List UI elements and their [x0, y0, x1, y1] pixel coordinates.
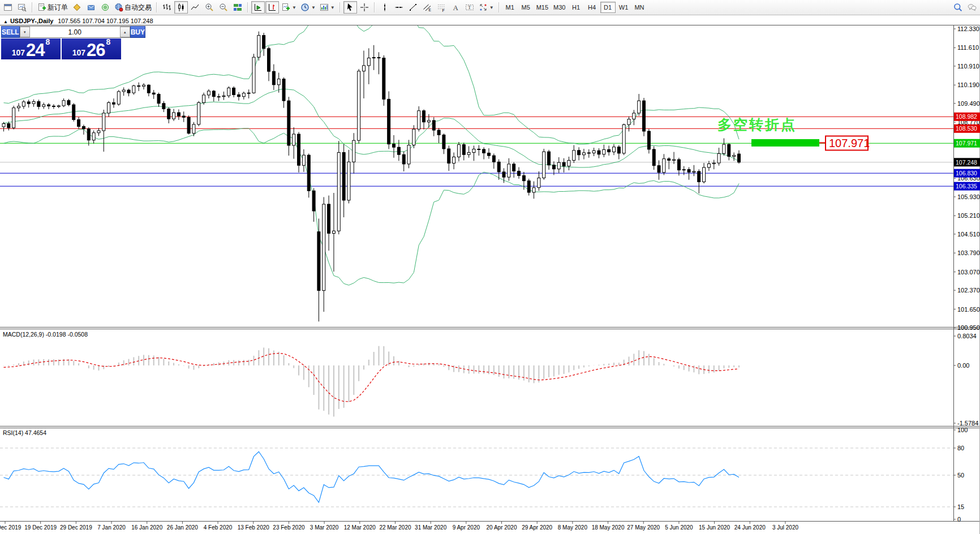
candle: [598, 150, 600, 154]
macd-axis[interactable]: 0.80340.00-1.5784: [953, 333, 978, 427]
time-axis[interactable]: 10 Dec 201919 Dec 201929 Dec 20197 Jan 2…: [0, 522, 798, 531]
vertical-line-icon[interactable]: [378, 1, 392, 14]
timeframe-m1[interactable]: M1: [502, 2, 518, 13]
text-label-icon[interactable]: T: [463, 1, 476, 14]
candle: [143, 85, 145, 86]
strategy-tester-icon[interactable]: [98, 1, 112, 14]
candle: [538, 178, 540, 188]
candle: [78, 120, 80, 127]
timeframe-w1[interactable]: W1: [616, 2, 631, 13]
horizontal-line-icon[interactable]: [392, 1, 406, 14]
candle: [638, 101, 641, 113]
community-icon[interactable]: [965, 1, 979, 14]
chart-title-bar: ▲USDJPY-,Daily107.565 107.704 107.195 10…: [3, 18, 153, 24]
tile-windows-icon[interactable]: [231, 1, 244, 14]
candlestick-chart-icon[interactable]: [174, 1, 188, 14]
candle: [97, 131, 100, 133]
new-chart-icon[interactable]: ▼: [280, 1, 298, 14]
highlight-trend-segment[interactable]: [751, 139, 819, 147]
timeframe-mn[interactable]: MN: [632, 2, 647, 13]
toolbar-separator: [156, 2, 157, 12]
rsi-axis[interactable]: 1008050150: [953, 427, 968, 523]
sell-price-prefix: 107: [12, 47, 25, 58]
market-watch-icon[interactable]: [1, 1, 15, 14]
new-order-button[interactable]: 新订单: [36, 1, 70, 14]
volume-increase-button[interactable]: ▲: [120, 27, 130, 37]
timeframe-h4[interactable]: H4: [584, 2, 600, 13]
timeframe-h1[interactable]: H1: [569, 2, 584, 13]
timeframe-m5[interactable]: M5: [518, 2, 534, 13]
annotation-text[interactable]: 多空转折点: [717, 117, 797, 132]
fibonacci-icon[interactable]: F: [435, 1, 448, 14]
metaeditor-icon[interactable]: [70, 1, 84, 14]
dropdown-caret-icon[interactable]: ▼: [489, 5, 494, 10]
buy-button[interactable]: BUY: [130, 26, 145, 38]
candle: [427, 120, 430, 122]
line-chart-icon[interactable]: [188, 1, 202, 14]
trendline-icon[interactable]: [406, 1, 420, 14]
arrows-icon[interactable]: ▼: [477, 1, 496, 14]
autotrading-icon: [114, 3, 123, 12]
timeframe-m15[interactable]: M15: [534, 2, 551, 13]
chart-shift-icon[interactable]: [265, 1, 279, 14]
toolbar-separator: [339, 2, 341, 12]
candle: [737, 154, 740, 162]
candle: [302, 155, 305, 165]
price-axis[interactable]: 112.330111.610110.910110.190109.490108.7…: [953, 25, 980, 331]
candle: [27, 102, 30, 104]
candle: [307, 155, 310, 191]
candle: [663, 159, 665, 173]
candle: [312, 191, 315, 211]
horizontal-levels: [0, 117, 953, 186]
autotrading-button-label: 自动交易: [124, 3, 152, 12]
mailbox-icon[interactable]: [84, 1, 98, 14]
buy-price-button[interactable]: 107 26 8: [62, 38, 121, 59]
candle: [652, 149, 655, 166]
equidistant-channel-icon[interactable]: E: [420, 1, 434, 14]
fibonacci-icon: F: [437, 3, 446, 12]
candle: [317, 232, 320, 291]
candle: [733, 156, 736, 157]
main-toolbar: 新订单自动交易▼▼▼EFAT▼M1M5M15M30H1H4D1W1MN: [0, 0, 980, 15]
chart-preview-icon[interactable]: [15, 1, 29, 14]
search-icon[interactable]: [951, 1, 965, 14]
timeframe-d1[interactable]: D1: [600, 2, 616, 13]
zoom-in-icon[interactable]: [203, 1, 216, 14]
candle: [543, 152, 545, 178]
candle: [287, 101, 290, 145]
candlestick-chart-icon: [177, 3, 186, 12]
price-chart[interactable]: 112.330111.610110.910110.190109.490108.7…: [0, 25, 980, 534]
candle: [212, 91, 215, 97]
candle: [522, 175, 525, 180]
toolbar-separator: [32, 2, 33, 12]
candle: [698, 171, 700, 182]
candle: [257, 36, 260, 58]
candle: [192, 124, 195, 134]
dropdown-caret-icon[interactable]: ▼: [330, 5, 335, 10]
chart-profiles-icon: [320, 3, 329, 12]
candle: [323, 204, 325, 291]
volume-decrease-button[interactable]: ▼: [20, 27, 30, 37]
period-clock-icon[interactable]: ▼: [299, 1, 317, 14]
candle: [127, 90, 130, 93]
auto-scroll-icon[interactable]: [251, 1, 265, 14]
sell-price-button[interactable]: 107 24 8: [1, 38, 61, 59]
volume-input[interactable]: [30, 27, 120, 37]
candle: [293, 134, 295, 145]
dropdown-caret-icon[interactable]: ▼: [311, 5, 316, 10]
bar-chart-icon[interactable]: [160, 1, 174, 14]
buy-price-sup: 8: [106, 38, 111, 45]
candle: [268, 49, 270, 71]
text-icon[interactable]: A: [449, 1, 462, 14]
chart-profiles-icon[interactable]: ▼: [318, 1, 337, 14]
sell-button[interactable]: SELL: [1, 26, 20, 38]
zoom-out-icon[interactable]: [217, 1, 230, 14]
svg-text:8 May 2020: 8 May 2020: [558, 524, 588, 531]
timeframe-m30[interactable]: M30: [551, 2, 568, 13]
cursor-icon[interactable]: [343, 1, 357, 14]
crosshair-icon[interactable]: [358, 1, 371, 14]
svg-text:18 May 2020: 18 May 2020: [592, 524, 625, 531]
dropdown-caret-icon[interactable]: ▼: [292, 5, 296, 10]
symbol-collapse-icon[interactable]: ▲: [3, 19, 8, 24]
autotrading-button[interactable]: 自动交易: [113, 1, 153, 14]
